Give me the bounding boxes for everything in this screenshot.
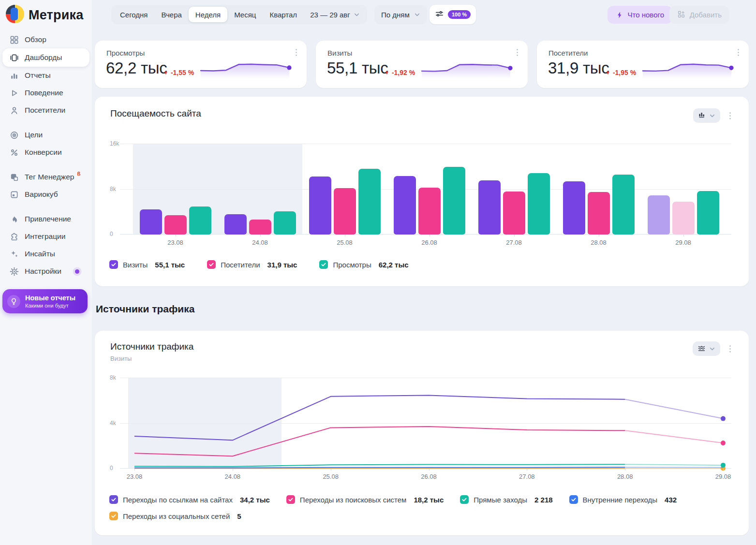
period-tab-week[interactable]: Неделя <box>189 7 227 22</box>
kpi-card-1: Просмотры62,2 тыс▼-1,55 % <box>95 41 307 88</box>
sidebar-item-behavior[interactable]: Поведение <box>2 84 89 102</box>
x-axis-tick-label: 27.08 <box>506 239 522 246</box>
x-axis-tick <box>260 235 261 236</box>
x-axis-tick-label: 26.08 <box>421 473 437 480</box>
kebab-menu-icon[interactable] <box>737 48 740 57</box>
sidebar-item-tag-manager[interactable]: Тег Менеджерß <box>2 168 89 186</box>
main-content: СегодняВчераНеделяМесяцКвартал23 — 29 ав… <box>92 0 756 545</box>
chart-type-select[interactable] <box>693 108 720 123</box>
sidebar-item-label: Конверсии <box>25 148 62 157</box>
bar <box>672 202 695 235</box>
legend-label: Переходы по ссылкам на сайтах <box>123 496 233 504</box>
legend-checkbox[interactable] <box>569 495 578 504</box>
kpi-delta: ▼-1,55 % <box>163 69 194 76</box>
sampling-badge: 100 % <box>448 10 471 19</box>
sources-chart-legend-row-2: Переходы из социальных сетей5 <box>109 512 241 520</box>
sidebar-item-overview[interactable]: Обзор <box>2 31 89 48</box>
x-axis-tick-label: 23.08 <box>127 473 143 480</box>
whats-new-button[interactable]: Что нового <box>608 6 672 24</box>
bar <box>140 209 162 235</box>
sampling-control[interactable]: 100 % <box>430 5 476 24</box>
legend-label: Посетители <box>221 261 260 269</box>
legend-checkbox[interactable] <box>109 495 118 504</box>
granularity-select[interactable]: По дням <box>374 5 427 24</box>
chart-type-select[interactable] <box>693 341 720 356</box>
legend-checkbox[interactable] <box>109 260 118 269</box>
period-tab-quarter[interactable]: Квартал <box>263 7 304 22</box>
x-axis-labels: 23.0824.0825.0826.0827.0828.0829.08 <box>120 239 731 247</box>
legend-checkbox[interactable] <box>319 260 328 269</box>
chart-title: Источники трафика <box>110 341 193 352</box>
y-axis-tick-label: 8k <box>110 186 116 192</box>
goals-icon <box>9 130 19 140</box>
sources-line-plot: 8k4k0 <box>120 378 731 469</box>
add-widget-button[interactable]: Добавить <box>669 6 729 24</box>
tag-manager-icon <box>9 172 19 182</box>
legend-item[interactable]: Просмотры62,2 тыс <box>319 260 408 269</box>
bar-chart-icon <box>698 111 706 120</box>
kebab-menu-icon[interactable] <box>295 48 297 57</box>
legend-item[interactable]: Переходы из поисковых систем18,2 тыс <box>286 495 444 504</box>
x-axis-tick <box>429 469 430 471</box>
kpi-value: 55,1 тыс <box>327 59 388 77</box>
bar <box>309 177 331 235</box>
sidebar-item-visitors[interactable]: Посетители <box>2 102 89 119</box>
x-axis-tick-label: 28.08 <box>591 239 607 246</box>
sidebar-item-dashboards[interactable]: Дашборды <box>2 48 89 67</box>
traffic-bar-plot: 16k8k0 <box>120 144 731 235</box>
legend-checkbox[interactable] <box>460 495 469 504</box>
insights-icon <box>9 249 19 259</box>
bar <box>418 188 441 235</box>
chart-subtitle: Визиты <box>110 355 132 362</box>
sidebar-item-label: Поведение <box>25 88 63 97</box>
legend-item[interactable]: Переходы по ссылкам на сайтах34,2 тыс <box>109 495 270 504</box>
sidebar-item-goals[interactable]: Цели <box>2 126 89 144</box>
legend-item[interactable]: Посетители31,9 тыс <box>207 260 297 269</box>
x-axis-tick-label: 29.08 <box>675 239 691 246</box>
kpi-cards-row: Просмотры62,2 тыс▼-1,55 %Визиты55,1 тыс▼… <box>95 41 749 88</box>
down-triangle-icon: ▼ <box>606 70 610 75</box>
kebab-menu-icon[interactable] <box>516 48 519 57</box>
kebab-menu-icon[interactable] <box>729 112 731 120</box>
legend-item[interactable]: Визиты55,1 тыс <box>109 260 185 269</box>
metrika-logo-icon <box>6 5 24 25</box>
bar-group-24.08 <box>218 144 302 235</box>
bar-group-27.08 <box>472 144 556 235</box>
bar <box>394 176 416 235</box>
kebab-menu-icon[interactable] <box>729 345 731 353</box>
legend-label: Прямые заходы <box>474 496 527 504</box>
app-logo[interactable]: Метрика <box>6 5 83 25</box>
x-axis-tick-label: 25.08 <box>337 239 353 246</box>
date-range-select[interactable]: 23 — 29 авг <box>304 11 365 19</box>
bar <box>588 192 610 235</box>
period-tab-month[interactable]: Месяц <box>227 7 263 22</box>
legend-label: Переходы из поисковых систем <box>300 496 407 504</box>
date-range-value: 23 — 29 авг <box>310 11 350 19</box>
period-tab-yesterday[interactable]: Вчера <box>155 7 189 22</box>
legend-checkbox[interactable] <box>286 495 295 504</box>
line-chart-icon <box>697 344 706 354</box>
sidebar-item-variocube[interactable]: Вариокуб <box>2 186 89 203</box>
legend-item[interactable]: Переходы из социальных сетей5 <box>109 512 241 520</box>
sidebar-item-integrations[interactable]: Интеграции <box>2 228 89 245</box>
legend-item[interactable]: Внутренние переходы432 <box>569 495 677 504</box>
bar <box>503 191 525 235</box>
new-reports-promo-button[interactable]: Новые отчеты Какими они будут <box>2 289 88 313</box>
sidebar-item-acquisition[interactable]: Привлечение <box>2 210 89 228</box>
add-grid-icon <box>677 10 685 20</box>
kpi-title: Посетители <box>548 49 588 57</box>
legend-item[interactable]: Прямые заходы2 218 <box>460 495 552 504</box>
granularity-value: По дням <box>381 11 410 19</box>
legend-value: 62,2 тыс <box>379 261 409 269</box>
legend-checkbox[interactable] <box>109 512 118 520</box>
period-tab-today[interactable]: Сегодня <box>113 7 155 22</box>
legend-checkbox[interactable] <box>207 260 216 269</box>
sidebar-item-reports[interactable]: Отчеты <box>2 67 89 84</box>
x-axis-tick <box>599 235 599 236</box>
sidebar-item-settings[interactable]: Настройки <box>2 263 89 280</box>
notification-dot <box>75 269 79 274</box>
sidebar-item-conversions[interactable]: Конверсии <box>2 144 89 161</box>
bar <box>334 188 356 235</box>
kpi-title: Визиты <box>327 49 352 57</box>
sidebar-item-insights[interactable]: Инсайты <box>2 245 89 263</box>
